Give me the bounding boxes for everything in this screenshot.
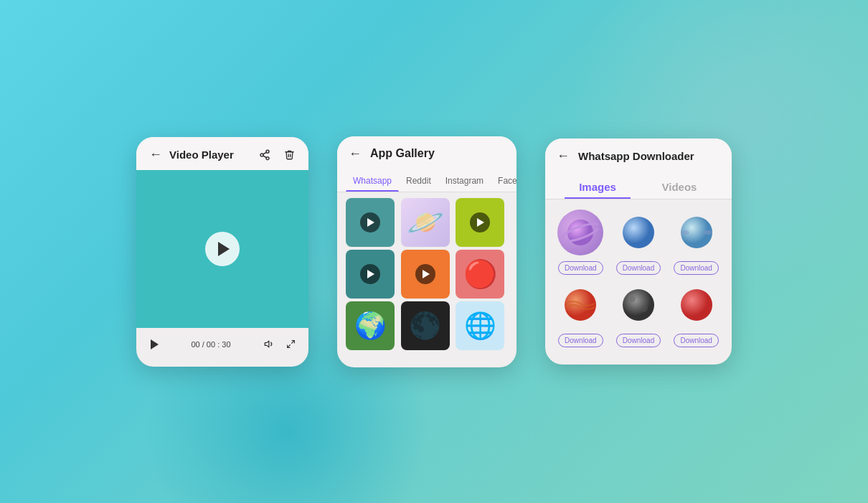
video-player-card: ← Video Player 00 / 00 : 30 [136,137,308,367]
back-arrow-icon[interactable]: ← [148,147,164,163]
svg-point-17 [641,305,648,312]
fullscreen-icon[interactable] [283,337,298,352]
delete-icon[interactable] [281,147,297,163]
dl-image-red-planet [674,282,720,328]
download-btn-1[interactable]: Download [558,261,603,275]
gallery-thumb-9[interactable]: 🌐 [456,301,504,350]
download-btn-6[interactable]: Download [674,334,718,347]
downloader-tabs: Images Videos [545,171,732,199]
video-screen[interactable] [136,170,308,328]
tab-images[interactable]: Images [557,177,638,199]
tab-facebook[interactable]: Facebook [491,171,516,192]
tab-reddit[interactable]: Reddit [399,171,438,192]
svg-point-10 [623,217,654,248]
play-overlay-4 [360,264,380,284]
download-btn-5[interactable]: Download [616,334,661,347]
gallery-thumb-6[interactable]: 🔴 [456,250,504,298]
svg-point-12 [681,230,689,235]
video-header-icons [257,147,297,163]
video-time: 00 / 00 : 30 [166,340,255,349]
svg-point-13 [704,230,712,235]
dl-item-2: Download [613,210,664,275]
play-button-large[interactable] [205,232,240,266]
tab-videos[interactable]: Videos [638,177,720,199]
dl-image-red-wavy-planet [557,282,603,328]
svg-point-15 [623,289,654,321]
dl-item-4: Download [555,282,606,347]
svg-point-16 [630,296,636,302]
dl-item-5: Download [613,282,664,347]
play-overlay-1 [360,212,380,232]
video-player-title: Video Player [169,149,234,161]
video-controls: 00 / 00 : 30 [136,328,308,355]
svg-marker-5 [265,341,269,347]
dl-image-blue-planet [615,210,661,255]
gallery-thumb-5[interactable] [401,250,450,298]
gallery-thumb-1[interactable] [346,198,395,247]
svg-line-4 [263,152,267,154]
share-icon[interactable] [257,147,273,163]
gallery-title: App Gallery [370,147,435,160]
svg-line-3 [263,156,267,158]
downloader-header: ← Whatsapp Downloader [545,138,732,171]
downloader-back-icon[interactable]: ← [557,149,570,164]
dl-item-6: Download [671,282,722,347]
play-overlay-5 [415,264,435,284]
svg-point-18 [681,289,712,321]
dl-image-purple-planet [557,210,603,255]
play-button-small[interactable] [146,337,161,352]
play-triangle-icon [218,242,230,256]
app-gallery-card: ← App Gallery Whatsapp Reddit Instagram … [337,136,516,367]
gallery-thumb-2[interactable]: 🪐 [401,198,450,247]
video-header-left: ← Video Player [148,147,234,163]
download-btn-2[interactable]: Download [616,261,661,275]
play-overlay-3 [470,212,490,232]
gallery-thumb-7[interactable]: 🌍 [346,301,395,350]
gallery-tabs: Whatsapp Reddit Instagram Facebook [337,169,516,192]
gallery-header: ← App Gallery [337,136,516,169]
gallery-thumb-4[interactable] [346,250,395,298]
gallery-thumb-8[interactable]: 🌑 [401,301,450,350]
download-btn-3[interactable]: Download [674,261,718,275]
gallery-back-icon[interactable]: ← [349,146,362,161]
gallery-thumb-3[interactable] [456,198,504,247]
downloader-title: Whatsapp Downloader [578,150,694,162]
tab-whatsapp[interactable]: Whatsapp [346,171,399,192]
dl-item-1: Download [555,210,606,275]
dl-item-3: Download [671,210,722,275]
dl-image-dark-planet [615,282,661,328]
downloader-grid-row1: Download Download [545,199,732,353]
tab-instagram[interactable]: Instagram [438,171,491,192]
video-header: ← Video Player [136,137,308,170]
play-small-icon [151,339,159,349]
dl-image-bluegreen-planet [674,210,720,255]
download-btn-4[interactable]: Download [558,334,603,347]
gallery-grid: 🪐 🔴 🌍 🌑 🌐 [337,192,516,356]
whatsapp-downloader-card: ← Whatsapp Downloader Images Videos [545,138,732,365]
volume-icon[interactable] [261,337,277,352]
